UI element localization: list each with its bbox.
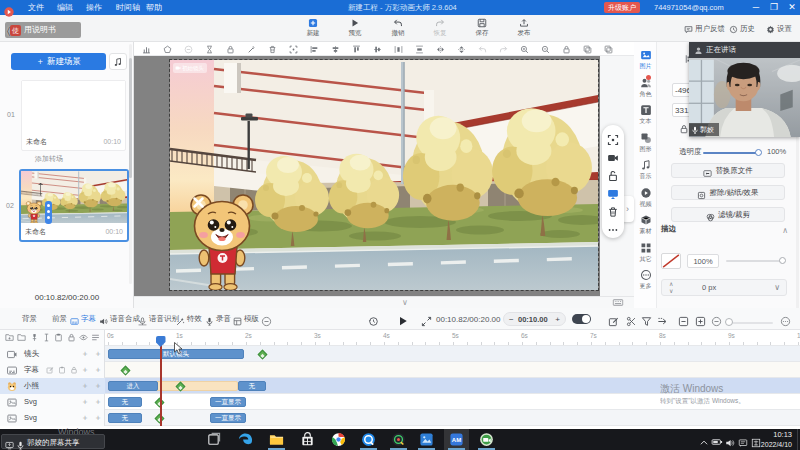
asset-tab-video[interactable]: 视频	[634, 187, 657, 209]
keyframe-diamond[interactable]	[257, 349, 267, 359]
scene-name[interactable]: 未命名	[26, 133, 47, 150]
add-animation-button[interactable]: ＋	[81, 394, 89, 409]
copy-tool-icon[interactable]	[604, 45, 613, 54]
cut-button[interactable]	[626, 313, 637, 324]
taskbar-app-store[interactable]	[295, 429, 320, 450]
stepper-arrows[interactable]: ∧∨	[669, 281, 673, 295]
timeline-tab-subtitle[interactable]: 字幕	[70, 312, 96, 326]
timeline-clip[interactable]: 无	[238, 381, 266, 391]
upgrade-account-badge[interactable]: 升级账户	[604, 2, 640, 13]
keyframe-diamond[interactable]	[154, 413, 164, 423]
zoom-out-tool-icon[interactable]	[541, 45, 550, 54]
keyframe-diamond[interactable]	[154, 397, 164, 407]
ime-icon[interactable]	[751, 434, 761, 444]
track-header-小熊[interactable]: 小熊＋＋	[0, 378, 105, 394]
timeline-ruler[interactable]: 0s1s2s3s4s5s6s7s8s9s10s	[105, 330, 800, 346]
copy-tool-icon[interactable]	[583, 45, 592, 54]
taskbar-app-explorer[interactable]	[264, 429, 289, 450]
clipboard-icon[interactable]	[58, 366, 66, 374]
monitor-icon[interactable]	[607, 188, 619, 200]
align-l-tool-icon[interactable]	[310, 45, 319, 54]
timeline-tab-background[interactable]: 背景	[11, 312, 37, 326]
track-header-镜头[interactable]: 镜头＋＋	[0, 346, 105, 362]
dist-v-tool-icon[interactable]	[415, 45, 424, 54]
timeline-tab-record[interactable]: 录音	[205, 312, 231, 326]
move-clip-button[interactable]	[657, 313, 668, 324]
timeline-tab-foreground[interactable]: 前景	[41, 312, 67, 326]
list-icon[interactable]	[91, 333, 100, 342]
preview-button[interactable]: 预览	[338, 18, 372, 39]
asset-tab-shape[interactable]: 图形	[634, 132, 657, 154]
volume-icon[interactable]	[725, 434, 735, 444]
lock-tool-icon[interactable]	[562, 45, 571, 54]
edit-subtitle-button[interactable]	[608, 313, 619, 324]
timeline-clip[interactable]: 无	[108, 397, 142, 407]
opacity-slider-knob[interactable]	[755, 149, 762, 156]
taskbar-clock[interactable]: 10:13 2022/4/10	[761, 431, 792, 449]
settings-button[interactable]: 设置	[766, 23, 792, 35]
dist-h-tool-icon[interactable]	[394, 45, 403, 54]
timeline-tab-asr[interactable]: 语音识别	[138, 312, 179, 326]
asset-tab-text[interactable]: 文本	[634, 104, 657, 126]
scene-card-1[interactable]: 未命名 00:10	[21, 80, 126, 151]
add-animation-button[interactable]: ＋	[81, 346, 89, 361]
ellipsis-icon[interactable]	[607, 224, 619, 236]
track-lane-镜头[interactable]: 默认镜头	[105, 346, 800, 362]
collapse-section-chevron[interactable]: ∧	[782, 226, 788, 235]
new-scene-button[interactable]: ＋ 新建场景	[11, 53, 106, 70]
notification-icon[interactable]	[738, 434, 748, 444]
taskbar-app-meeting[interactable]	[474, 429, 499, 450]
chart-tool-icon[interactable]	[142, 45, 151, 54]
add-animation-button[interactable]: ＋	[94, 346, 102, 361]
track-lane-Svg[interactable]: 无一直显示	[105, 410, 800, 426]
timeline-collapse-chevron[interactable]: ∨	[392, 298, 418, 308]
play-button[interactable]	[397, 313, 409, 325]
timeline-clip[interactable]: 进入	[108, 381, 158, 391]
stroke-slider-knob[interactable]	[779, 257, 786, 264]
filter-crop-button[interactable]: 滤镜/裁剪	[671, 207, 785, 222]
meeting-guide-pill[interactable]: 〈 使 用说明书	[5, 22, 81, 38]
taskbar-app-task-view[interactable]	[201, 429, 226, 450]
taskbar-app-chrome[interactable]	[326, 429, 351, 450]
replay-button[interactable]	[368, 313, 379, 324]
zoom-in-tool-icon[interactable]	[520, 45, 529, 54]
expand-preview-button[interactable]	[421, 313, 432, 324]
duration-minus-button[interactable]: −	[509, 313, 514, 326]
menu-item-5[interactable]: 帮助	[146, 0, 162, 15]
menu-item-3[interactable]: 操作	[86, 0, 102, 15]
scrollbar-thumb[interactable]	[129, 58, 132, 178]
feedback-button[interactable]: 用户反馈	[684, 23, 725, 35]
timeline-tab-tts[interactable]: 语音合成	[99, 312, 140, 326]
flip-h-tool-icon[interactable]	[436, 45, 445, 54]
taskbar-app-edge[interactable]	[233, 429, 258, 450]
crosshair-tool-icon[interactable]	[289, 45, 298, 54]
eye-icon[interactable]	[79, 333, 88, 342]
timeline-tab-template[interactable]: 模版	[233, 312, 259, 326]
asset-tab-music[interactable]: 音乐	[634, 159, 657, 181]
tray-chevron-up-icon[interactable]	[699, 434, 709, 444]
minimize-button[interactable]: ─	[748, 0, 764, 15]
clipboard-icon[interactable]	[54, 333, 63, 342]
undo-button[interactable]: 撤销	[381, 18, 415, 39]
folder-icon[interactable]	[17, 333, 26, 342]
add-animation-button[interactable]: ＋	[81, 410, 89, 425]
stroke-slider[interactable]	[726, 260, 784, 262]
flip-v-tool-icon[interactable]	[457, 45, 466, 54]
add-animation-button[interactable]: ＋	[81, 362, 89, 377]
timeline-tab-effects[interactable]: 特效	[176, 312, 202, 326]
hourglass-tool-icon[interactable]	[205, 45, 214, 54]
duration-value[interactable]: 00:10.00	[518, 313, 548, 326]
lock-tool-icon[interactable]	[226, 45, 235, 54]
trash-icon[interactable]	[607, 206, 619, 218]
fit-screen-icon[interactable]	[607, 134, 619, 146]
maximize-button[interactable]: ❐	[766, 0, 782, 15]
trash-tool-icon[interactable]	[268, 45, 277, 54]
menu-item-4[interactable]: 时间轴	[116, 0, 140, 15]
scene-list-scrollbar[interactable]	[129, 44, 132, 284]
aspect-lock-icon[interactable]	[679, 124, 689, 134]
new-button[interactable]: 新建	[296, 18, 330, 39]
stage-canvas[interactable]: 初始镜头	[170, 60, 598, 290]
replace-source-button[interactable]: 替换原文件	[671, 163, 785, 178]
more-tabs-icon[interactable]	[261, 313, 272, 324]
lock-icon[interactable]	[70, 366, 78, 374]
